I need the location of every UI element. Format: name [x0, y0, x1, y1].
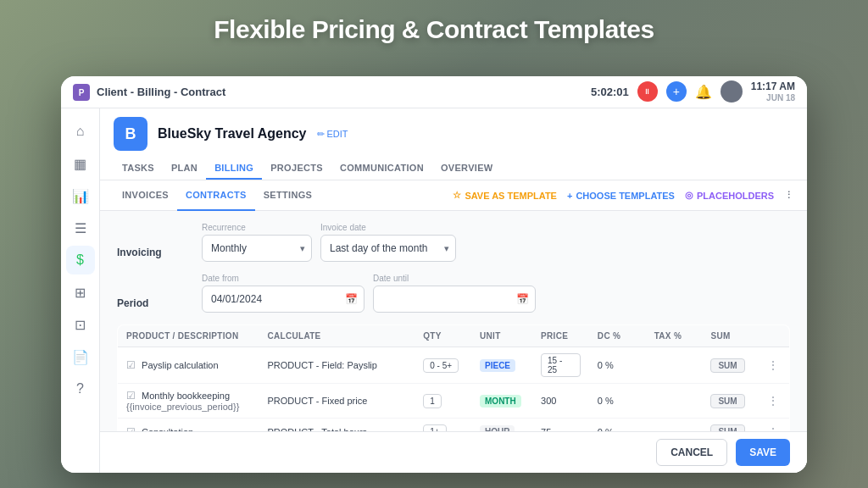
avatar[interactable]: [721, 80, 743, 103]
sidebar-item-help[interactable]: ?: [66, 374, 95, 403]
tab-invoices[interactable]: INVOICES: [114, 180, 177, 211]
bell-icon[interactable]: 🔔: [695, 84, 712, 100]
row2-sum-button[interactable]: SUM: [710, 394, 744, 408]
nav-communication[interactable]: COMMUNICATION: [331, 158, 432, 180]
row3-more-icon[interactable]: ⋮: [767, 425, 779, 432]
row3-calculate: PRODUCT - Total hours: [259, 419, 415, 432]
time-value: 11:17 AM: [751, 80, 795, 92]
row3-sum-button[interactable]: SUM: [710, 424, 744, 431]
row2-calculate: PRODUCT - Fixed price: [259, 384, 415, 419]
sidebar-item-chart[interactable]: ▦: [66, 149, 95, 178]
content-area: B BlueSky Travel Agency ✏ EDIT TASKS PLA…: [100, 108, 807, 473]
row3-dc: 0 %: [589, 419, 646, 432]
row1-sum: SUM: [702, 347, 759, 384]
client-header: B BlueSky Travel Agency ✏ EDIT TASKS PLA…: [100, 108, 807, 180]
sidebar-item-home[interactable]: ⌂: [66, 117, 95, 146]
contract-table: PRODUCT / DESCRIPTION CALCULATE QTY UNIT…: [117, 324, 790, 431]
col-header-actions: [759, 325, 789, 347]
row1-dc: 0 %: [589, 347, 646, 384]
timer-display: 5:02:01: [591, 86, 629, 98]
row2-description: ☑ Monthly bookkeeping {{invoice_previous…: [118, 384, 259, 419]
client-nav: TASKS PLAN BILLING PROJECTS COMMUNICATIO…: [114, 158, 793, 180]
date-from-label: Date from: [202, 274, 364, 283]
sidebar-item-files[interactable]: 📄: [66, 342, 95, 371]
more-options-button[interactable]: ⋮: [784, 190, 793, 201]
period-fields: Date from Date until: [202, 274, 790, 313]
sidebar-item-analytics[interactable]: 📊: [66, 181, 95, 210]
recurrence-field-group: Recurrence Monthly Weekly Quarterly Year…: [202, 223, 312, 262]
nav-plan[interactable]: PLAN: [163, 158, 206, 180]
choose-templates-button[interactable]: + CHOOSE TEMPLATES: [567, 191, 675, 201]
row3-price: 75: [532, 419, 589, 432]
row1-description: ☑ Payslip calculation: [118, 347, 259, 384]
row1-check-icon[interactable]: ☑: [126, 359, 136, 371]
row2-check-icon[interactable]: ☑: [126, 390, 136, 402]
app-icon: P: [73, 84, 90, 101]
add-button[interactable]: +: [666, 81, 687, 102]
title-bar-right: 5:02:01 ⏸ + 🔔 11:17 AM JUN 18: [591, 80, 795, 103]
row1-more-icon[interactable]: ⋮: [767, 358, 779, 372]
breadcrumb: Client - Billing - Contract: [97, 86, 225, 98]
date-from-input[interactable]: [202, 286, 364, 313]
date-from-wrapper: [202, 286, 364, 313]
hero-title: Flexible Pricing & Contract Templates: [0, 15, 868, 44]
sub-tabs-left: INVOICES CONTRACTS SETTINGS: [114, 180, 320, 211]
pause-button[interactable]: ⏸: [637, 81, 658, 102]
row2-more-icon[interactable]: ⋮: [767, 394, 779, 408]
recurrence-select[interactable]: Monthly Weekly Quarterly Yearly: [202, 235, 312, 262]
sidebar-item-contacts[interactable]: ⊞: [66, 278, 95, 307]
row2-qty: 1: [415, 384, 471, 419]
save-button[interactable]: SAVE: [736, 439, 790, 466]
edit-link[interactable]: ✏ EDIT: [317, 129, 348, 140]
tab-settings[interactable]: SETTINGS: [255, 180, 320, 211]
client-top: B BlueSky Travel Agency ✏ EDIT: [114, 117, 793, 151]
nav-projects[interactable]: PROJECTS: [262, 158, 331, 180]
recurrence-select-wrapper: Monthly Weekly Quarterly Yearly: [202, 235, 312, 262]
row1-sum-button[interactable]: SUM: [710, 358, 744, 373]
app-window: P Client - Billing - Contract 5:02:01 ⏸ …: [61, 76, 807, 473]
period-label: Period: [117, 274, 202, 309]
nav-billing[interactable]: BILLING: [206, 158, 262, 180]
invoice-date-label: Invoice date: [320, 223, 456, 232]
row1-unit: PIECE: [471, 347, 532, 384]
client-avatar: B: [114, 117, 147, 151]
table-row: ☑ Payslip calculation PRODUCT - Field: P…: [118, 347, 790, 384]
date-value: JUN 18: [751, 93, 795, 103]
row1-calculate: PRODUCT - Field: Payslip: [259, 347, 415, 384]
nav-tasks[interactable]: TASKS: [114, 158, 163, 180]
row3-unit: HOUR: [471, 419, 532, 432]
row1-price: 15 - 25: [532, 347, 589, 384]
col-header-tax: TAX %: [646, 325, 703, 347]
col-header-qty: QTY: [415, 325, 471, 347]
period-row: Period Date from Date until: [117, 274, 790, 313]
nav-overview[interactable]: OVERVIEW: [432, 158, 502, 180]
table-row: ☑ Consultation PRODUCT - Total hours 1+ …: [118, 419, 790, 432]
row2-price: 300: [532, 384, 589, 419]
row3-tax: [646, 419, 703, 432]
placeholders-button[interactable]: ◎ PLACEHOLDERS: [685, 190, 774, 201]
invoice-date-select[interactable]: Last day of the month First day of the m…: [320, 235, 456, 262]
table-header-row: PRODUCT / DESCRIPTION CALCULATE QTY UNIT…: [118, 325, 790, 347]
date-until-input[interactable]: [373, 286, 536, 313]
sidebar-item-billing[interactable]: $: [66, 246, 95, 274]
col-header-dc: DC %: [589, 325, 646, 347]
col-header-price: PRICE: [532, 325, 589, 347]
date-until-field-group: Date until: [373, 274, 536, 313]
main-layout: ⌂ ▦ 📊 ☰ $ ⊞ ⊡ 📄 ? B BlueSky Travel Agenc…: [61, 108, 807, 473]
sidebar-item-documents[interactable]: ☰: [66, 214, 95, 242]
sidebar-item-scan[interactable]: ⊡: [66, 310, 95, 339]
client-name: BlueSky Travel Agency: [158, 126, 307, 141]
cancel-button[interactable]: CANCEL: [656, 439, 727, 466]
sub-tabs-right: ☆ SAVE AS TEMPLATE + CHOOSE TEMPLATES ◎ …: [453, 190, 793, 201]
invoice-date-field-group: Invoice date Last day of the month First…: [320, 223, 456, 262]
invoicing-row: Invoicing Recurrence Monthly Weekly Quar…: [117, 223, 790, 262]
title-bar-left: P Client - Billing - Contract: [73, 84, 225, 101]
row1-qty: 0 - 5+: [415, 347, 471, 384]
date-until-label: Date until: [373, 274, 536, 283]
row3-description: ☑ Consultation: [118, 419, 259, 432]
save-as-template-button[interactable]: ☆ SAVE AS TEMPLATE: [453, 190, 557, 201]
row2-unit: MONTH: [471, 384, 532, 419]
sidebar: ⌂ ▦ 📊 ☰ $ ⊞ ⊡ 📄 ?: [61, 108, 100, 473]
tab-contracts[interactable]: CONTRACTS: [177, 180, 255, 211]
row1-tax: [646, 347, 703, 384]
